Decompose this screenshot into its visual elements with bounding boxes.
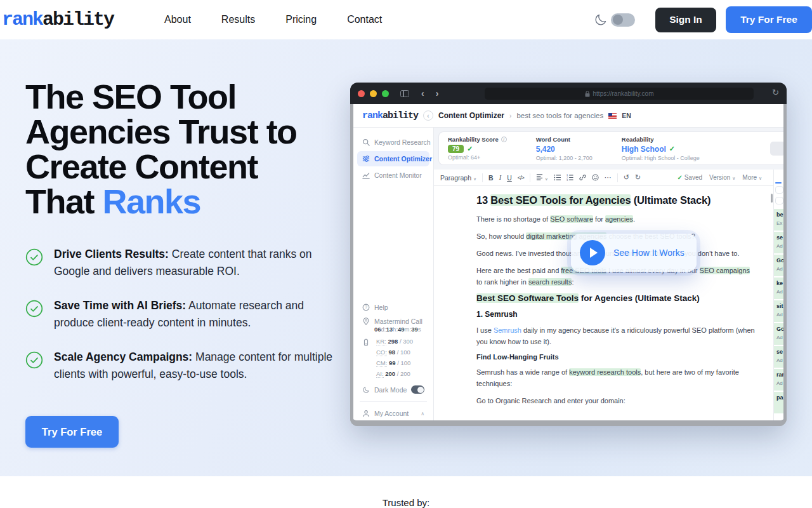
browser-url-bar[interactable]: https://rankability.com [485,88,754,100]
keyword-row[interactable]: pa [774,392,783,415]
style-dropdown[interactable]: Paragraph ∨ [440,174,476,182]
keyword-row[interactable]: seAd [774,232,783,255]
bullet-text: Drive Clients Results: Create content th… [54,246,346,280]
chevron-down-icon: ∨ [545,177,548,181]
language-label[interactable]: EN [622,112,631,119]
svg-text:3: 3 [566,178,568,181]
search-icon [362,138,370,146]
breadcrumb-section[interactable]: Content Optimizer [438,111,504,120]
person-icon [362,410,370,417]
keyword-panel-field[interactable] [775,186,783,194]
app-dark-mode-toggle[interactable] [411,385,424,394]
browser-back-icon[interactable]: ‹ [421,89,424,98]
link-button[interactable] [579,174,586,181]
version-dropdown[interactable]: Version ∨ [709,174,735,181]
window-minimize-dot[interactable] [370,90,377,97]
sidebar-help[interactable]: ? Help [357,300,429,314]
keyword-panel-field[interactable] [775,197,783,204]
keyword-row[interactable]: GoAd [774,255,783,277]
try-for-free-nav-button[interactable]: Try For Free [726,6,812,33]
doc-h1: 13 Best SEO Tools for Agencies (Ultimate… [476,194,757,206]
hero-title-accent: Ranks [103,182,201,220]
bullet-save-time: Save Time with AI Briefs: Automate resea… [25,297,346,331]
code-button[interactable]: </> [518,175,524,181]
keyword-row[interactable]: GoAd [774,323,783,346]
play-icon [590,248,598,258]
underline-button[interactable]: U [507,174,512,182]
app-main: Rankability Scorei 79✓ Optimal: 64+ Word… [434,128,783,420]
browser-forward-icon[interactable]: › [436,89,439,98]
keyword-row[interactable]: seAd [774,346,783,369]
pin-icon [362,318,370,325]
mastermind-timer: 06d:13h:49m:39s [353,326,433,335]
metric-word-count: Word Count 5,420 Optimal: 1,200 - 2,700 [536,136,593,161]
keyword-row[interactable]: ranAd [774,369,783,392]
doc-paragraph: Semrush has a wide range of keyword rese… [476,366,757,389]
sidebar-my-account[interactable]: My Account ∧ [357,406,429,420]
toolbar-divider [530,173,530,182]
toolbar-divider [482,173,483,182]
help-icon: ? [362,304,370,311]
more-dropdown[interactable]: More ∨ [742,174,762,181]
doc-h2: Best SEO Software Tools for Agencies (Ul… [476,293,757,303]
browser-sidebar-icon[interactable] [400,90,409,97]
undo-button[interactable]: ↺ [624,173,629,182]
italic-button[interactable]: I [499,174,502,181]
metrics-card: Rankability Scorei 79✓ Optimal: 64+ Word… [438,131,783,165]
scrollbar-thumb[interactable] [771,194,773,203]
site-logo[interactable]: rankability [2,9,114,30]
sign-in-button[interactable]: Sign In [655,8,716,32]
score-badge: 79 [448,145,464,153]
check-circle-icon [25,248,43,266]
sidebar-dark-mode[interactable]: Dark Mode [357,382,429,397]
numbered-list-button[interactable]: 123 [566,174,573,181]
more-options-button[interactable]: ⋯ [605,173,612,182]
window-zoom-dot[interactable] [382,90,389,97]
bullet-list-button[interactable] [554,174,561,181]
nav-link-about[interactable]: About [164,14,191,25]
bullet-scale-campaigns: Scale Agency Campaigns: Manage content f… [25,349,346,383]
sidebar-mastermind[interactable]: Mastermind Call [357,314,429,326]
sidebar-item-keyword-research[interactable]: Keyword Research [357,135,429,150]
breadcrumb-page[interactable]: best seo tools for agencies [516,112,603,119]
metrics-side-button[interactable] [770,142,785,156]
reload-icon[interactable]: ↻ [772,88,779,97]
editor-document[interactable]: 13 Best SEO Tools for Agencies (Ultimate… [434,186,773,420]
play-button[interactable] [580,240,605,265]
bold-button[interactable]: B [488,174,494,182]
emoji-button[interactable] [592,174,599,181]
keyword-row[interactable]: keAd [774,277,783,300]
usage-kr: KR: 298 / 300 [376,338,413,345]
bullet-text: Scale Agency Campaigns: Manage content f… [54,349,346,383]
redo-button[interactable]: ↻ [635,173,641,182]
breadcrumb-back-button[interactable]: ‹ [423,110,433,121]
nav-link-contact[interactable]: Contact [347,14,382,25]
usage-credits: KR: 298 / 300 CO: 98 / 100 CM: 99 / 100 … [353,335,433,382]
align-dropdown[interactable]: ∨ [536,173,548,182]
dark-mode-toggle[interactable] [611,13,635,27]
sidebar-item-label: Content Monitor [374,171,422,179]
app-header: rankability ‹ Content Optimizer › best s… [353,104,783,128]
chart-line-icon [362,171,370,179]
metric-readability: Readability High School✓ Optimal: High S… [622,136,700,161]
keyword-row[interactable]: sitAd [774,300,783,323]
info-icon[interactable]: i [501,137,507,142]
nav-link-results[interactable]: Results [221,14,255,25]
nav-link-pricing[interactable]: Pricing [285,14,317,25]
app-row: Keyword Research Content Optimizer Conte… [353,128,783,420]
nav-right: Sign In Try For Free [594,6,812,33]
keyword-panel-tabs[interactable] [774,170,783,184]
bullet-text: Save Time with AI Briefs: Automate resea… [54,297,346,331]
window-close-dot[interactable] [358,90,365,97]
sidebar-item-content-optimizer[interactable]: Content Optimizer [357,151,429,166]
trusted-by-section: Trusted by: [0,476,812,508]
semrush-link[interactable]: Semrush [494,326,521,334]
app-screenshot-window: ‹ › https://rankability.com ↻ rankabilit… [350,83,787,426]
dark-mode-label: Dark Mode [374,386,407,394]
logo-part-rank: rank [2,9,43,30]
see-how-it-works-card[interactable]: See How It Works [571,234,697,272]
keyword-row[interactable]: beEx [774,209,783,232]
sidebar-item-content-monitor[interactable]: Content Monitor [357,168,429,183]
try-for-free-hero-button[interactable]: Try For Free [25,416,119,448]
doc-paragraph: There is no shortage of SEO software for… [476,213,757,225]
